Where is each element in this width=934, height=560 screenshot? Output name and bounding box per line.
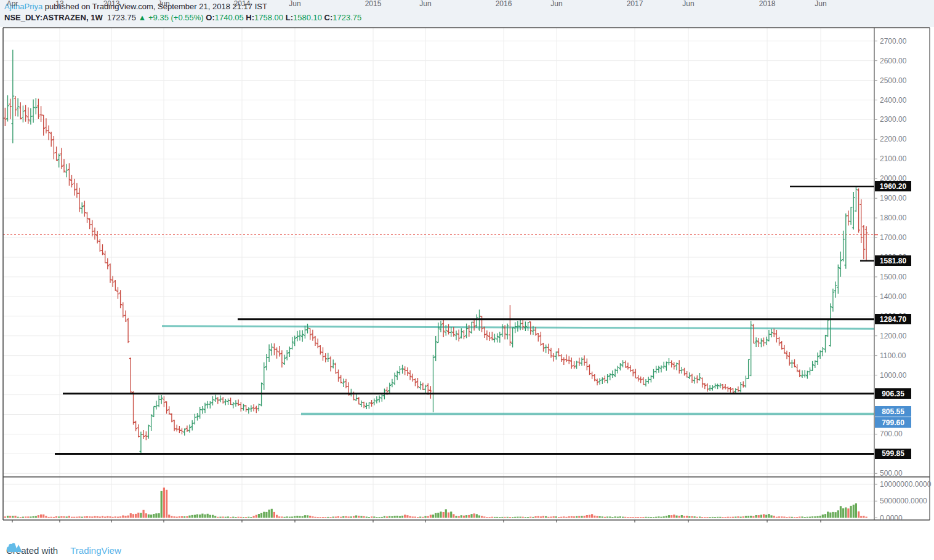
ohlc-bar-down bbox=[552, 353, 555, 361]
ohlc-bar-down bbox=[683, 368, 686, 376]
ohlc-bar-up bbox=[716, 384, 719, 390]
tradingview-brand-link[interactable]: TradingView bbox=[70, 545, 121, 556]
volume-bar bbox=[17, 517, 19, 518]
volume-bar bbox=[55, 516, 57, 518]
price-axis-label: 2300.00 bbox=[880, 116, 906, 123]
ohlc-bar-down bbox=[83, 201, 86, 217]
volume-bar bbox=[476, 514, 478, 518]
volume-bar bbox=[340, 517, 342, 518]
ohlc-bar-up bbox=[360, 401, 363, 407]
volume-bar bbox=[263, 512, 265, 518]
volume-bar bbox=[84, 516, 86, 518]
ohlc-bar-down bbox=[255, 406, 258, 414]
volume-bar bbox=[145, 513, 147, 518]
ohlc-bar-down bbox=[37, 98, 40, 119]
ohlc-bar-down bbox=[329, 356, 332, 371]
volume-bar bbox=[68, 516, 70, 518]
ohlc-bar-down bbox=[324, 353, 327, 362]
ohlc-bar-down bbox=[273, 343, 276, 355]
volume-bar bbox=[727, 517, 729, 518]
volume-bar bbox=[642, 517, 644, 518]
ohlc-bar-up bbox=[30, 108, 33, 124]
ohlc-bar-down bbox=[422, 383, 425, 390]
ohlc-bar-up bbox=[201, 406, 204, 414]
ohlc-bar-up bbox=[368, 402, 371, 409]
time-axis-label: Apr bbox=[7, 0, 18, 7]
ohlc-bar-down bbox=[96, 231, 99, 244]
ohlc-bar-down bbox=[539, 332, 542, 346]
volume-bar bbox=[799, 517, 800, 518]
ohlc-bar-down bbox=[132, 391, 135, 425]
ohlc-bar-up bbox=[191, 420, 194, 431]
volume-bar bbox=[776, 517, 778, 518]
ohlc-bar-up bbox=[519, 320, 522, 330]
ohlc-bar-down bbox=[703, 383, 706, 389]
ohlc-bar-up bbox=[719, 383, 722, 388]
volume-bar bbox=[670, 515, 672, 518]
ohlc-bar-up bbox=[376, 396, 379, 403]
tradingview-published-chart: AjithaPriya published on TradingView.com… bbox=[0, 0, 934, 560]
volume-bar bbox=[501, 517, 503, 518]
volume-bar bbox=[653, 517, 654, 518]
ohlc-bar-down bbox=[178, 426, 181, 433]
ohlc-bar-down bbox=[588, 364, 591, 375]
ohlc-bar-up bbox=[365, 402, 368, 409]
volume-bar bbox=[632, 517, 634, 518]
volume-bar bbox=[7, 516, 9, 518]
ohlc-bar-down bbox=[173, 420, 176, 431]
volume-bar bbox=[150, 514, 152, 518]
ohlc-bar-up bbox=[434, 336, 437, 361]
volume-bar bbox=[115, 516, 116, 518]
volume-bar bbox=[719, 517, 721, 518]
volume-bar bbox=[286, 516, 288, 518]
volume-bar bbox=[855, 503, 857, 518]
price-axis-label: 1400.00 bbox=[880, 293, 906, 300]
volume-bar bbox=[617, 517, 619, 518]
volume-bar bbox=[81, 517, 83, 518]
volume-bar bbox=[78, 516, 80, 518]
ohlc-bar-down bbox=[724, 384, 727, 390]
ohlc-bar-up bbox=[709, 385, 712, 391]
ohlc-bar-down bbox=[134, 421, 137, 431]
ohlc-bar-down bbox=[452, 327, 455, 337]
ohlc-bar-up bbox=[293, 336, 296, 346]
ohlc-bar-up bbox=[819, 350, 822, 359]
price-axis-label: 2700.00 bbox=[880, 38, 906, 45]
volume-bar bbox=[571, 516, 573, 518]
ohlc-bar-down bbox=[742, 382, 745, 388]
volume-bar bbox=[804, 517, 806, 518]
volume-bar bbox=[778, 516, 780, 518]
volume-bar bbox=[853, 505, 855, 518]
ohlc-bar-down bbox=[672, 362, 675, 369]
ohlc-bar-up bbox=[813, 361, 816, 369]
volume-bar bbox=[302, 516, 304, 518]
volume-bar bbox=[107, 516, 108, 518]
price-axis-label: 1100.00 bbox=[880, 352, 906, 359]
volume-bar bbox=[350, 516, 352, 518]
ohlc-bar-up bbox=[660, 366, 663, 373]
ohlc-bar-up bbox=[231, 402, 235, 409]
ohlc-bar-down bbox=[237, 399, 240, 406]
volume-bar bbox=[611, 517, 613, 518]
volume-bar bbox=[296, 516, 298, 518]
volume-bar bbox=[207, 514, 209, 518]
ohlc-bar-down bbox=[701, 378, 704, 388]
volume-bar bbox=[743, 516, 744, 518]
ohlc-bar-up bbox=[268, 345, 271, 362]
volume-bar bbox=[850, 506, 852, 518]
ohlc-bar-up bbox=[544, 345, 547, 353]
volume-bar bbox=[155, 513, 157, 518]
chart-canvas[interactable] bbox=[0, 0, 934, 560]
ohlc-bar-up bbox=[662, 362, 666, 369]
ohlc-bar-up bbox=[654, 366, 658, 374]
volume-bar bbox=[117, 517, 119, 518]
volume-bar bbox=[732, 517, 734, 518]
ohlc-bar-down bbox=[722, 384, 725, 390]
ohlc-bar-down bbox=[685, 371, 688, 378]
ohlc-bar-up bbox=[821, 347, 824, 356]
volume-bar bbox=[786, 517, 787, 518]
volume-bar bbox=[53, 517, 55, 518]
volume-bar bbox=[273, 512, 275, 518]
price-axis-label: 2200.00 bbox=[880, 135, 906, 143]
ohlc-bar-down bbox=[775, 330, 778, 343]
